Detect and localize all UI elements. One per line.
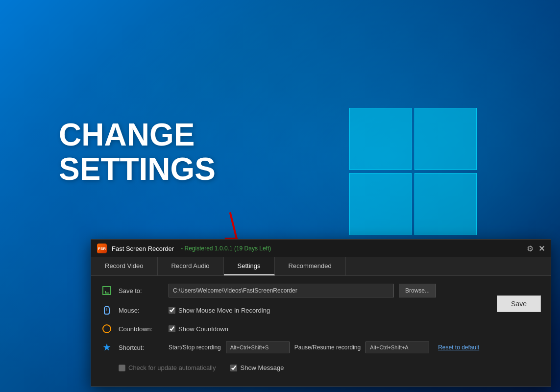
title-bar-buttons: ⚙ ✕ bbox=[527, 244, 545, 253]
tab-settings[interactable]: Settings bbox=[224, 257, 275, 275]
shortcut-start-stop: Start/Stop recording Alt+Ctrl+Shift+S Pa… bbox=[169, 342, 479, 353]
tab-recommended[interactable]: Recommended bbox=[275, 257, 346, 275]
show-message-text: Show Message bbox=[240, 364, 284, 371]
win-logo-pane-tl bbox=[349, 108, 412, 170]
win-logo-pane-bl bbox=[349, 173, 412, 235]
mouse-checkbox-label[interactable]: Show Mouse Move in Recording bbox=[169, 307, 270, 314]
start-stop-label: Start/Stop recording bbox=[169, 344, 221, 351]
countdown-checkbox-text: Show Countdown bbox=[178, 325, 228, 333]
close-button[interactable]: ✕ bbox=[538, 244, 545, 253]
app-version: - Registered 1.0.0.1 (19 Days Left) bbox=[181, 245, 271, 252]
shortcut-label: Shortcut: bbox=[119, 344, 163, 351]
mouse-icon bbox=[101, 304, 113, 316]
countdown-checkbox[interactable] bbox=[169, 325, 175, 332]
save-to-icon bbox=[101, 285, 113, 296]
mouse-label: Mouse: bbox=[119, 307, 163, 314]
countdown-icon bbox=[101, 323, 113, 335]
pause-resume-key-input[interactable]: Alt+Ctrl+Shift+A bbox=[365, 342, 429, 353]
save-button[interactable]: Save bbox=[497, 295, 541, 312]
heading-line2: SETTINGS bbox=[59, 151, 216, 187]
win-logo-pane-tr bbox=[414, 108, 477, 170]
app-icon: FSR bbox=[97, 244, 107, 253]
check-update-label[interactable]: Check for update automatically bbox=[119, 364, 216, 371]
bottom-options-row: Check for update automatically Show Mess… bbox=[101, 364, 284, 371]
tab-bar: Record Video Record Audio Settings Recom… bbox=[91, 257, 551, 276]
settings-content: Save Save to: Browse... Mouse: bbox=[91, 276, 551, 386]
title-bar: FSR Fast Screen Recorder - Registered 1.… bbox=[91, 240, 551, 257]
windows-logo bbox=[349, 108, 477, 235]
mouse-content: Show Mouse Move in Recording bbox=[169, 307, 541, 314]
win-logo-pane-br bbox=[414, 173, 477, 235]
change-settings-heading: CHANGE SETTINGS bbox=[59, 118, 216, 187]
reset-to-default-button[interactable]: Reset to default bbox=[438, 344, 479, 351]
save-to-content: Browse... bbox=[169, 284, 541, 297]
show-message-label[interactable]: Show Message bbox=[230, 364, 284, 371]
save-to-row: Save to: Browse... bbox=[101, 284, 541, 297]
browse-button[interactable]: Browse... bbox=[399, 284, 436, 297]
countdown-row: Countdown: Show Countdown bbox=[101, 323, 541, 335]
shortcut-row: Shortcut: Start/Stop recording Alt+Ctrl+… bbox=[101, 342, 541, 371]
check-update-checkbox[interactable] bbox=[119, 365, 125, 371]
countdown-label: Countdown: bbox=[119, 325, 163, 333]
mouse-row: Mouse: Show Mouse Move in Recording bbox=[101, 304, 541, 316]
countdown-content: Show Countdown bbox=[169, 325, 541, 333]
app-window: FSR Fast Screen Recorder - Registered 1.… bbox=[91, 239, 551, 387]
mouse-checkbox[interactable] bbox=[169, 307, 175, 314]
mouse-checkbox-text: Show Mouse Move in Recording bbox=[178, 307, 270, 314]
save-to-path-input[interactable] bbox=[169, 284, 394, 297]
countdown-checkbox-label[interactable]: Show Countdown bbox=[169, 325, 228, 333]
app-title: Fast Screen Recorder bbox=[112, 245, 174, 252]
show-message-checkbox[interactable] bbox=[230, 365, 237, 371]
check-update-text: Check for update automatically bbox=[128, 364, 216, 371]
tab-record-audio[interactable]: Record Audio bbox=[158, 257, 224, 275]
gear-button[interactable]: ⚙ bbox=[527, 244, 534, 253]
shortcut-icon bbox=[101, 342, 113, 353]
save-to-label: Save to: bbox=[119, 287, 163, 294]
pause-resume-label: Pause/Resume recording bbox=[294, 344, 361, 351]
start-stop-key-input[interactable]: Alt+Ctrl+Shift+S bbox=[226, 342, 290, 353]
heading-line1: CHANGE bbox=[59, 117, 195, 152]
tab-record-video[interactable]: Record Video bbox=[91, 257, 158, 275]
